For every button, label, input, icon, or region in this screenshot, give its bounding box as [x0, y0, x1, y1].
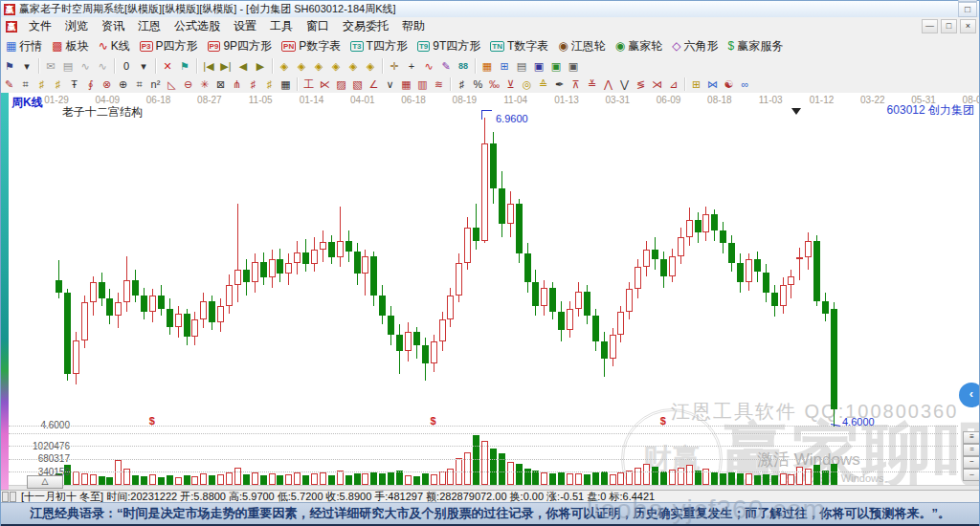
- diamond-4-button[interactable]: ◈: [327, 58, 345, 74]
- ratio-tool-button[interactable]: ♯: [454, 77, 470, 91]
- hand-tool-button[interactable]: ✛: [386, 58, 403, 74]
- vol-scale-1-button[interactable]: −: [963, 456, 979, 469]
- gann-hash-1-button[interactable]: ⌗: [17, 77, 33, 91]
- t-square-button[interactable]: T3T四方形: [345, 37, 412, 55]
- vee-tool-button[interactable]: ∨: [382, 77, 398, 91]
- semi-join-button[interactable]: ⋊: [649, 77, 665, 91]
- trend-small-button[interactable]: ∿: [77, 58, 94, 74]
- time-marks-button[interactable]: ♯: [261, 77, 278, 91]
- star-tool-button[interactable]: ✳: [196, 77, 212, 91]
- waves-tool-button[interactable]: ≋: [431, 77, 447, 91]
- table-box-button[interactable]: ▥: [414, 77, 431, 91]
- gold-line-button[interactable]: ≙: [535, 77, 551, 91]
- menu-item-5[interactable]: 设置: [227, 17, 263, 35]
- calendar-button[interactable]: ▦: [479, 58, 496, 74]
- diamond-5-button[interactable]: ◈: [345, 58, 362, 74]
- box-x-button[interactable]: ⊠: [212, 77, 229, 91]
- sectors-button[interactable]: ▩板块: [47, 37, 93, 55]
- nav-last-button[interactable]: ▶|: [217, 58, 234, 74]
- kline-button[interactable]: ∿K线: [94, 37, 135, 55]
- chart-area[interactable]: 周K线 01-2904-0906-1808-2711-0501-1404-010…: [1, 93, 979, 490]
- vol-scale-0-button[interactable]: –: [963, 469, 979, 481]
- beam-tool-button[interactable]: 工: [301, 77, 317, 91]
- bookmark-flag-button[interactable]: ⚑: [1, 58, 18, 74]
- infinity-tool-button[interactable]: ∞: [737, 77, 753, 91]
- circle-minus-button[interactable]: ⊖: [180, 77, 196, 91]
- nav-first-button[interactable]: |◀: [200, 58, 217, 74]
- delete-x-button[interactable]: ✕: [159, 58, 176, 74]
- child-restore-button[interactable]: □: [941, 19, 957, 33]
- export-button[interactable]: ▣: [565, 58, 582, 74]
- nand-tool-button[interactable]: ⊼: [568, 77, 584, 91]
- angle-lines-button[interactable]: ∠: [366, 77, 382, 91]
- menu-item-0[interactable]: 文件: [22, 17, 58, 35]
- panel-expand-button[interactable]: △: [27, 475, 63, 489]
- gann-hash-2-button[interactable]: ♯: [33, 77, 50, 91]
- grid-small-button[interactable]: ⌗: [131, 77, 147, 91]
- triangle-tool-button[interactable]: ⊿: [665, 77, 681, 91]
- pen-flag-button[interactable]: ✒: [551, 77, 568, 91]
- quotes-button[interactable]: ▦行情: [1, 37, 47, 55]
- trend-large-button[interactable]: ∿: [94, 58, 111, 74]
- bookmark-dropdown-button[interactable]: ▾: [18, 58, 35, 74]
- lessgreater-button[interactable]: ≶: [633, 77, 649, 91]
- maximize-button[interactable]: □: [958, 2, 977, 17]
- grid-gold-button[interactable]: ⊞: [688, 77, 704, 91]
- candlestick-plot[interactable]: $$$: [1, 93, 979, 490]
- p-square-button[interactable]: P3P四方形: [135, 37, 203, 55]
- nav-prev-button[interactable]: ◀: [234, 58, 252, 74]
- notepad-button[interactable]: ▤: [513, 58, 530, 74]
- 9t-square-button[interactable]: T99T四方形: [412, 37, 485, 55]
- menu-item-2[interactable]: 资讯: [95, 17, 131, 35]
- matrix-tool-button[interactable]: ▦: [278, 77, 294, 91]
- price-marks-button[interactable]: ♯: [245, 77, 261, 91]
- grid-fill-2-button[interactable]: ▧: [349, 77, 366, 91]
- table-grid-button[interactable]: ▦: [398, 77, 414, 91]
- child-minimize-button[interactable]: —: [922, 19, 938, 33]
- crosshair-tool-button[interactable]: +: [403, 58, 420, 74]
- draw-pen-button[interactable]: ✎: [1, 77, 17, 91]
- wedge-up-button[interactable]: ⋁: [616, 77, 633, 91]
- fan-lines-button[interactable]: ⋉: [317, 77, 333, 91]
- diamond-6-button[interactable]: ◈: [362, 58, 379, 74]
- level-tool-button[interactable]: ≚: [584, 77, 600, 91]
- winner-service-button[interactable]: $赢家服务: [723, 37, 788, 55]
- grid-fill-1-button[interactable]: ▨: [333, 77, 349, 91]
- circle-cross-button[interactable]: ⊗: [99, 77, 115, 91]
- calculator-button[interactable]: ⊞: [496, 58, 513, 74]
- gann-wheel-button[interactable]: ◉江恩轮: [553, 37, 610, 55]
- winner-wheel-button[interactable]: ◉赢家轮: [611, 37, 667, 55]
- diamond-3-button[interactable]: ◈: [310, 58, 327, 74]
- menu-item-7[interactable]: 窗口: [300, 17, 336, 35]
- nav-next-button[interactable]: ▶: [252, 58, 269, 74]
- scatter-tool-button[interactable]: ⋈: [704, 77, 721, 91]
- yinyang-button[interactable]: ☯: [721, 77, 737, 91]
- gold-circle-button[interactable]: ◎: [519, 77, 535, 91]
- pen-tool-button[interactable]: ✎: [437, 58, 455, 74]
- vol-scale-2-button[interactable]: =: [963, 444, 979, 456]
- percent-tool-button[interactable]: %: [470, 77, 486, 91]
- color-flag-button[interactable]: ⚑: [176, 58, 193, 74]
- wave-tool-button[interactable]: ∿: [420, 58, 437, 74]
- menu-item-4[interactable]: 公式选股: [167, 17, 227, 35]
- menu-item-3[interactable]: 江恩: [131, 17, 167, 35]
- child-close-button[interactable]: ×: [960, 19, 976, 33]
- wedge-down-button[interactable]: ⋀: [600, 77, 616, 91]
- zero-value-button[interactable]: 0: [118, 58, 135, 74]
- save-button[interactable]: ▣: [530, 58, 547, 74]
- menu-item-8[interactable]: 交易委托: [336, 17, 395, 35]
- p-number-table-button[interactable]: PNP数字表: [277, 37, 345, 55]
- 9p-square-button[interactable]: P99P四方形: [203, 37, 277, 55]
- vol-scale-3-button[interactable]: ≡: [963, 431, 979, 444]
- sync-save-button[interactable]: ▣: [547, 58, 565, 74]
- diamond-1-button[interactable]: ◈: [276, 58, 293, 74]
- angle-tool-button[interactable]: ◺: [164, 77, 180, 91]
- mail-button[interactable]: ✉: [42, 58, 59, 74]
- zero-dropdown-button[interactable]: ▾: [135, 58, 152, 74]
- gann-88-button[interactable]: 88: [455, 58, 472, 74]
- diamond-2-button[interactable]: ◈: [293, 58, 310, 74]
- t-number-table-button[interactable]: TNT数字表: [485, 37, 553, 55]
- hexagon-button[interactable]: ◇六角形: [667, 37, 723, 55]
- spiral-tool-button[interactable]: ∮: [82, 77, 99, 91]
- menu-item-1[interactable]: 浏览: [58, 17, 95, 35]
